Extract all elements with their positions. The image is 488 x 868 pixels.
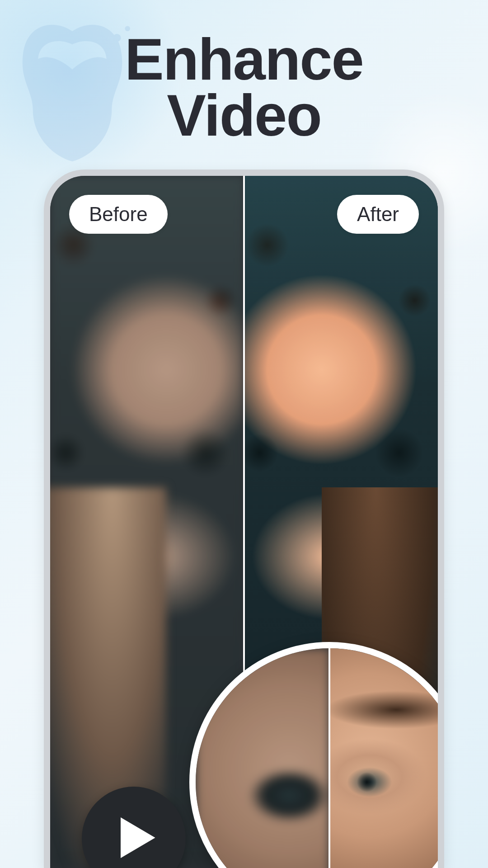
phone-frame: Before After	[44, 170, 444, 868]
magnifier-divider	[328, 648, 330, 868]
headline-line-2: Video	[167, 82, 321, 148]
magnifier-after	[329, 648, 438, 868]
svg-marker-2	[121, 817, 155, 858]
phone-screen: Before After	[50, 176, 438, 868]
before-badge: Before	[69, 195, 168, 234]
magnifier-after-brow	[316, 670, 438, 750]
page-title: Enhance Video	[0, 32, 488, 143]
play-icon	[110, 817, 157, 860]
after-badge: After	[337, 195, 419, 234]
